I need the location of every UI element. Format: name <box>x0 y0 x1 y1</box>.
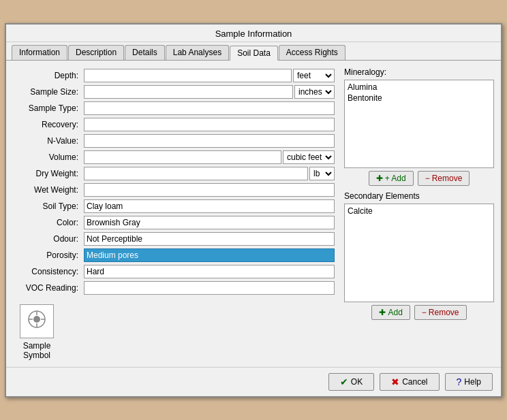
field-color: Color: <box>13 214 337 231</box>
mineralogy-btn-row: ✚ + Add − Remove <box>344 171 494 186</box>
secondary-elements-list[interactable]: Calcite <box>344 204 494 302</box>
field-recovery: Recovery: <box>13 116 337 133</box>
tab-description[interactable]: Description <box>68 45 124 60</box>
odour-input[interactable] <box>84 232 335 246</box>
secondary-add-button[interactable]: ✚ Add <box>371 305 410 320</box>
sample-size-input[interactable] <box>84 85 293 99</box>
sample-size-unit-select[interactable]: inchescm <box>294 85 335 99</box>
secondary-remove-button[interactable]: − Remove <box>414 305 467 320</box>
form-table: Depth: feetmeters Sample Size: <box>13 67 337 296</box>
depth-label: Depth: <box>13 67 81 84</box>
mineralogy-label: Mineralogy: <box>344 67 494 77</box>
mineralogy-remove-button[interactable]: − Remove <box>418 171 470 186</box>
recovery-label: Recovery: <box>13 116 81 133</box>
depth-input[interactable] <box>84 69 292 82</box>
consistency-label: Consistency: <box>13 263 81 280</box>
porosity-label: Porosity: <box>13 247 81 263</box>
svg-point-1 <box>33 316 40 323</box>
field-wet-weight: Wet Weight: <box>13 182 337 198</box>
cancel-button[interactable]: ✖ Cancel <box>380 373 439 391</box>
dry-weight-unit-select[interactable]: lbkg <box>309 167 335 180</box>
add-icon: ✚ <box>379 308 386 317</box>
tab-bar: Information Description Details Lab Anal… <box>6 42 501 61</box>
mineralogy-section: Mineralogy: Alumina Bentonite ✚ + Add − … <box>344 67 494 186</box>
tab-information[interactable]: Information <box>12 45 67 60</box>
window-title: Sample Information <box>215 29 292 39</box>
field-n-value: N-Value: <box>13 133 337 149</box>
sample-type-input[interactable] <box>84 101 335 115</box>
field-dry-weight: Dry Weight: lbkg <box>13 165 337 182</box>
secondary-elements-label: Secondary Elements <box>344 191 494 201</box>
color-label: Color: <box>13 214 81 231</box>
ok-button[interactable]: ✔ OK <box>328 373 374 391</box>
secondary-btn-row: ✚ Add − Remove <box>344 305 494 320</box>
wet-weight-label: Wet Weight: <box>13 182 81 198</box>
cancel-icon: ✖ <box>391 376 399 387</box>
title-bar: Sample Information <box>6 25 501 42</box>
help-button[interactable]: ? Help <box>445 373 493 391</box>
bottom-bar: ✔ OK ✖ Cancel ? Help <box>6 367 501 396</box>
tab-details[interactable]: Details <box>125 45 165 60</box>
add-icon: ✚ <box>376 174 383 183</box>
field-porosity: Porosity: <box>13 247 337 263</box>
list-item: Alumina <box>346 82 492 93</box>
voc-reading-input[interactable] <box>84 281 335 295</box>
left-panel: Depth: feetmeters Sample Size: <box>13 67 337 360</box>
field-odour: Odour: <box>13 231 337 247</box>
symbol-area: SampleSymbol <box>13 304 337 360</box>
consistency-input[interactable] <box>84 265 335 278</box>
field-sample-size: Sample Size: inchescm <box>13 84 337 100</box>
symbol-label: SampleSymbol <box>23 341 51 360</box>
content-area: Depth: feetmeters Sample Size: <box>6 61 501 367</box>
sample-type-label: Sample Type: <box>13 100 81 116</box>
help-icon: ? <box>457 376 462 387</box>
voc-reading-label: VOC Reading: <box>13 280 81 296</box>
field-voc-reading: VOC Reading: <box>13 280 337 296</box>
main-window: Sample Information Information Descripti… <box>5 23 502 398</box>
depth-unit-select[interactable]: feetmeters <box>293 69 335 82</box>
wet-weight-input[interactable] <box>84 183 335 197</box>
list-item: Bentonite <box>346 93 492 103</box>
n-value-label: N-Value: <box>13 133 81 149</box>
sample-size-label: Sample Size: <box>13 84 81 100</box>
symbol-box[interactable] <box>20 304 54 338</box>
volume-unit-select[interactable]: cubic feetliters <box>283 150 335 164</box>
field-soil-type: Soil Type: <box>13 198 337 214</box>
recovery-input[interactable] <box>84 118 335 131</box>
remove-icon: − <box>425 174 430 183</box>
odour-label: Odour: <box>13 231 81 247</box>
tab-lab-analyses[interactable]: Lab Analyses <box>166 45 229 60</box>
field-sample-type: Sample Type: <box>13 100 337 116</box>
tab-soil-data[interactable]: Soil Data <box>230 46 278 61</box>
field-consistency: Consistency: <box>13 263 337 280</box>
sample-symbol-button[interactable]: SampleSymbol <box>20 304 54 360</box>
tab-access-rights[interactable]: Access Rights <box>279 45 345 60</box>
volume-label: Volume: <box>13 149 81 165</box>
volume-input[interactable] <box>84 150 281 164</box>
secondary-elements-section: Secondary Elements Calcite ✚ Add − Remov… <box>344 191 494 320</box>
porosity-input[interactable] <box>84 248 335 262</box>
field-depth: Depth: feetmeters <box>13 67 337 84</box>
mineralogy-list[interactable]: Alumina Bentonite <box>344 80 494 168</box>
dry-weight-input[interactable] <box>84 167 308 180</box>
mineralogy-add-button[interactable]: ✚ + Add <box>369 171 414 186</box>
symbol-icon <box>27 309 47 333</box>
soil-type-input[interactable] <box>84 199 335 213</box>
remove-icon: − <box>422 308 427 317</box>
ok-icon: ✔ <box>340 376 348 387</box>
color-input[interactable] <box>84 216 335 229</box>
right-panel: Mineralogy: Alumina Bentonite ✚ + Add − … <box>344 67 494 360</box>
n-value-input[interactable] <box>84 134 335 148</box>
field-volume: Volume: cubic feetliters <box>13 149 337 165</box>
soil-type-label: Soil Type: <box>13 198 81 214</box>
dry-weight-label: Dry Weight: <box>13 165 81 182</box>
list-item: Calcite <box>346 206 492 216</box>
